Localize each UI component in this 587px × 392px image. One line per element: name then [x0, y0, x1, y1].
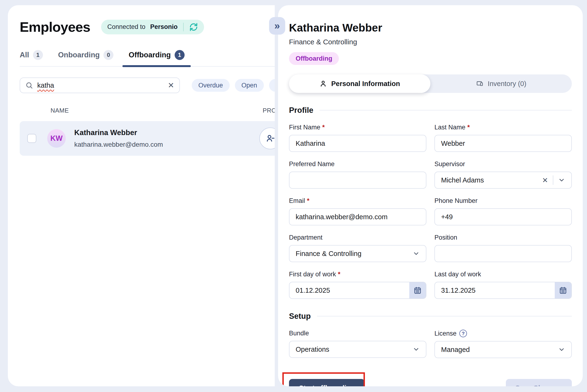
row-checkbox[interactable]: [27, 134, 36, 143]
first-name-label: First Name *: [289, 124, 426, 131]
save-changes-button[interactable]: Save Changes: [506, 379, 572, 386]
email-field: Email * katharina.webber@demo.com: [289, 197, 426, 226]
license-label: License ?: [434, 330, 572, 337]
first-day-label: First day of work *: [289, 271, 426, 278]
help-icon[interactable]: ?: [459, 330, 467, 337]
chip-overdue[interactable]: Overdue: [192, 79, 230, 92]
last-name-label: Last Name *: [434, 124, 572, 131]
avatar: KW: [47, 129, 66, 148]
calendar-button[interactable]: [555, 282, 571, 298]
preferred-name-input[interactable]: [289, 172, 426, 189]
search-icon: [25, 82, 33, 89]
chevron-down-icon: [413, 346, 420, 353]
required-marker: *: [467, 124, 470, 131]
clear-supervisor-icon[interactable]: ✕: [542, 176, 548, 184]
profile-section-header: Profile: [289, 106, 572, 115]
search-input[interactable]: katha ✕: [20, 78, 180, 93]
position-label: Position: [434, 234, 572, 241]
laptop-icon: [476, 80, 484, 88]
employee-email: katharina.webber@demo.com: [74, 141, 163, 148]
input-value: Finance & Controlling: [296, 250, 413, 258]
last-day-field: Last day of work 31.12.2025: [434, 271, 572, 299]
label-text: Phone Number: [434, 197, 478, 204]
label-text: Last Name: [434, 124, 465, 131]
badge-divider: [183, 23, 184, 31]
chip-open[interactable]: Open: [235, 79, 264, 92]
bundle-select[interactable]: Operations: [289, 341, 426, 358]
control-divider: [553, 176, 553, 185]
table-header: NAME PROGRESS: [20, 107, 275, 115]
input-value: 01.12.2025: [296, 286, 405, 294]
offboard-user-button[interactable]: [259, 128, 275, 149]
connected-badge-prefix: Connected to: [107, 23, 145, 30]
license-select[interactable]: Managed: [434, 341, 572, 358]
department-label: Department: [289, 234, 426, 241]
tab-inventory[interactable]: Inventory (0): [430, 74, 572, 93]
chevron-down-icon: [413, 250, 420, 257]
calendar-icon: [559, 286, 567, 294]
first-day-input[interactable]: 01.12.2025: [289, 282, 426, 299]
last-day-input[interactable]: 31.12.2025: [434, 282, 572, 299]
chip-in-progress[interactable]: In Progress: [269, 79, 275, 92]
employees-header: Employees Connected to Personio: [20, 19, 275, 35]
label-text: First Name: [289, 124, 320, 131]
input-value: +49: [441, 213, 565, 221]
page-title: Employees: [20, 19, 90, 35]
column-name: NAME: [51, 107, 69, 114]
email-input[interactable]: katharina.webber@demo.com: [289, 208, 426, 226]
tab-all-label: All: [20, 51, 29, 59]
section-divider: [317, 316, 572, 316]
license-field: License ? Managed: [434, 330, 572, 358]
employees-panel: Employees Connected to Personio All 1 On…: [8, 5, 275, 386]
department-select[interactable]: Finance & Controlling: [289, 245, 426, 262]
chevrons-right-icon: »: [274, 20, 280, 32]
detail-footer: Start offboarding Save Changes: [289, 379, 572, 386]
input-value: 31.12.2025: [441, 286, 550, 294]
input-value: Operations: [296, 346, 413, 353]
input-value: Managed: [441, 346, 558, 354]
first-day-field: First day of work * 01.12.2025: [289, 271, 426, 299]
last-name-input[interactable]: Webber: [434, 135, 572, 152]
connected-service-name: Personio: [150, 23, 178, 30]
employee-tabs: All 1 Onboarding 0 Offboarding 1: [20, 50, 275, 66]
last-name-field: Last Name * Webber: [434, 124, 572, 152]
label-text: Bundle: [289, 330, 309, 337]
position-field: Position: [434, 234, 572, 262]
chevron-down-icon[interactable]: [558, 176, 565, 184]
table-row[interactable]: KW Katharina Webber katharina.webber@dem…: [20, 121, 275, 156]
tab-onboarding[interactable]: Onboarding 0: [58, 50, 114, 66]
required-marker: *: [322, 124, 325, 131]
tab-offboarding[interactable]: Offboarding 1: [129, 50, 184, 66]
tab-personal-information[interactable]: Personal Information: [289, 74, 430, 93]
supervisor-select[interactable]: Michel Adams ✕: [434, 172, 572, 189]
chevron-down-icon: [558, 346, 565, 353]
preferred-name-field: Preferred Name: [289, 160, 426, 189]
input-value: Webber: [441, 140, 565, 148]
calendar-button[interactable]: [409, 282, 426, 298]
detail-name: Katharina Webber: [289, 21, 572, 34]
tab-personal-information-label: Personal Information: [331, 80, 400, 88]
tab-onboarding-label: Onboarding: [58, 51, 100, 59]
column-progress: PROGRESS: [263, 107, 275, 114]
filter-row: katha ✕ Overdue Open In Progress: [20, 78, 275, 93]
connected-badge: Connected to Personio: [101, 20, 204, 34]
sync-icon[interactable]: [189, 23, 198, 31]
tab-all[interactable]: All 1: [20, 50, 43, 66]
tab-inventory-label: Inventory (0): [488, 80, 526, 88]
first-name-input[interactable]: Katharina: [289, 135, 426, 152]
label-text: Department: [289, 234, 323, 241]
label-text: Supervisor: [434, 160, 465, 168]
label-text: Position: [434, 234, 457, 241]
employee-name: Katharina Webber: [74, 128, 163, 137]
phone-input[interactable]: +49: [434, 208, 572, 226]
start-offboarding-button[interactable]: Start offboarding: [289, 379, 365, 386]
phone-field: Phone Number +49: [434, 197, 572, 226]
employee-detail-panel: Katharina Webber Finance & Controlling O…: [278, 5, 583, 386]
collapse-panel-button[interactable]: »: [269, 17, 285, 34]
position-input[interactable]: [434, 245, 572, 262]
tab-all-count: 1: [33, 50, 43, 60]
label-text: Last day of work: [434, 271, 481, 278]
clear-search-icon[interactable]: ✕: [168, 81, 174, 90]
profile-form: First Name * Katharina Last Name * Webbe…: [289, 124, 572, 299]
tab-onboarding-count: 0: [103, 50, 113, 60]
